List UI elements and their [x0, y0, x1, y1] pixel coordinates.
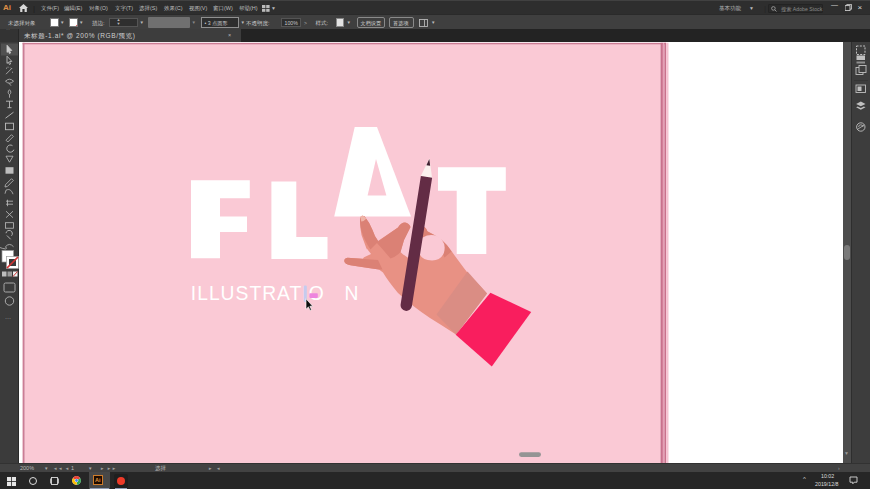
- svg-text:···: ···: [5, 315, 11, 321]
- svg-text:N: N: [345, 283, 359, 304]
